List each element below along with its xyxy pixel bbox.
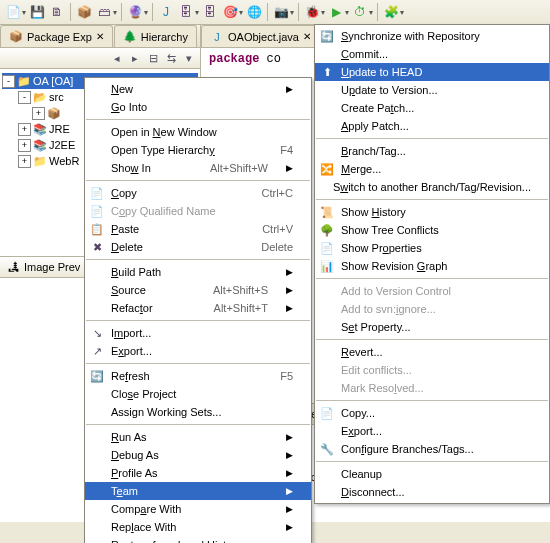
menu-item[interactable]: 🔀Merge...	[315, 160, 549, 178]
menu-item-icon	[89, 300, 105, 316]
save-icon[interactable]: 💾	[28, 3, 46, 21]
menu-item[interactable]: 🔄RefreshF5	[85, 367, 311, 385]
save-all-icon[interactable]: 🗎	[48, 3, 66, 21]
menu-item-icon	[89, 386, 105, 402]
menu-item[interactable]: 🔄Synchronize with Repository	[315, 27, 549, 45]
new-icon[interactable]: 📄	[4, 3, 22, 21]
menu-item-label: Show Tree Conflicts	[341, 224, 531, 236]
menu-item[interactable]: Set Property...	[315, 318, 549, 336]
menu-item[interactable]: RefactorAlt+Shift+T▶	[85, 299, 311, 317]
menu-item[interactable]: Update to Version...	[315, 81, 549, 99]
menu-item-icon	[89, 160, 105, 176]
menu-item-label: Show In	[111, 162, 184, 174]
menu-item[interactable]: Export...	[315, 422, 549, 440]
menu-item[interactable]: 📊Show Revision Graph	[315, 257, 549, 275]
menu-item[interactable]: 📄CopyCtrl+C	[85, 184, 311, 202]
menu-item[interactable]: Restore from Local History...	[85, 536, 311, 543]
submenu-arrow-icon: ▶	[286, 468, 293, 478]
twisty-icon[interactable]: -	[18, 91, 31, 104]
menu-item[interactable]: Replace With▶	[85, 518, 311, 536]
menu-item-label: Refresh	[111, 370, 254, 382]
menu-item[interactable]: ✖DeleteDelete	[85, 238, 311, 256]
close-icon[interactable]: ✕	[96, 31, 104, 42]
menu-item[interactable]: 🌳Show Tree Conflicts	[315, 221, 549, 239]
fwd-icon[interactable]: ▸	[128, 51, 142, 65]
menu-item[interactable]: Team▶	[85, 482, 311, 500]
tab-hierarchy[interactable]: 🌲 Hierarchy	[114, 25, 197, 47]
twisty-icon[interactable]: +	[32, 107, 45, 120]
menu-item[interactable]: Close Project	[85, 385, 311, 403]
menu-item-label: Apply Patch...	[341, 120, 531, 132]
menu-item[interactable]: Show InAlt+Shift+W▶	[85, 159, 311, 177]
menu-item[interactable]: Commit...	[315, 45, 549, 63]
ext-icon[interactable]: 🧩	[382, 3, 400, 21]
menu-item[interactable]: ↘Import...	[85, 324, 311, 342]
debug-icon[interactable]: 🐞	[303, 3, 321, 21]
menu-item-icon: 📋	[89, 221, 105, 237]
tab-label: Hierarchy	[141, 31, 188, 43]
j-icon[interactable]: J	[157, 3, 175, 21]
menu-item-accel: Alt+Shift+T	[214, 302, 268, 314]
menu-item-icon	[89, 81, 105, 97]
menu-item[interactable]: 📋PasteCtrl+V	[85, 220, 311, 238]
menu-item[interactable]: ↗Export...	[85, 342, 311, 360]
menu-item[interactable]: Switch to another Branch/Tag/Revision...	[315, 178, 549, 196]
menu-item[interactable]: Build Path▶	[85, 263, 311, 281]
menu-item[interactable]: New▶	[85, 80, 311, 98]
close-icon[interactable]: ✕	[303, 31, 311, 42]
menu-item[interactable]: Run As▶	[85, 428, 311, 446]
box-open-icon[interactable]: 🗃	[95, 3, 113, 21]
menu-item[interactable]: Branch/Tag...	[315, 142, 549, 160]
menu-item[interactable]: 📄Show Properties	[315, 239, 549, 257]
deploy-icon[interactable]: 🎯	[221, 3, 239, 21]
server-icon[interactable]: 🗄	[177, 3, 195, 21]
twisty-icon[interactable]: +	[18, 139, 31, 152]
menu-item[interactable]: SourceAlt+Shift+S▶	[85, 281, 311, 299]
menu-icon[interactable]: ▾	[182, 51, 196, 65]
run-icon[interactable]: ▶	[327, 3, 345, 21]
tab-editor-file[interactable]: J OAObject.java ✕	[201, 25, 320, 47]
menu-item[interactable]: Profile As▶	[85, 464, 311, 482]
menu-item-icon: ✖	[89, 239, 105, 255]
twisty-icon[interactable]: +	[18, 155, 31, 168]
collapse-all-icon[interactable]: ⊟	[146, 51, 160, 65]
menu-item-label: Add to Version Control	[341, 285, 531, 297]
menu-item[interactable]: 📜Show History	[315, 203, 549, 221]
link-editor-icon[interactable]: ⇆	[164, 51, 178, 65]
tab-label: OAObject.java	[228, 31, 299, 43]
menu-item-label: Revert...	[341, 346, 531, 358]
menu-item[interactable]: Disconnect...	[315, 483, 549, 501]
menu-item[interactable]: Apply Patch...	[315, 117, 549, 135]
menu-item[interactable]: Open in New Window	[85, 123, 311, 141]
camera-icon[interactable]: 📷	[272, 3, 290, 21]
menu-item-label: New	[111, 83, 268, 95]
box-icon[interactable]: 📦	[75, 3, 93, 21]
server2-icon[interactable]: 🗄	[201, 3, 219, 21]
menu-item-label: Delete	[111, 241, 235, 253]
menu-item[interactable]: Go Into	[85, 98, 311, 116]
menu-item[interactable]: Open Type HierarchyF4	[85, 141, 311, 159]
wizard-icon[interactable]: 🔮	[126, 3, 144, 21]
twisty-icon[interactable]: +	[18, 123, 31, 136]
main-toolbar: 📄▾ 💾 🗎 📦 🗃▾ 🔮▾ J 🗄▾ 🗄 🎯▾ 🌐 📷▾ 🐞▾ ▶▾ ⏱▾ 🧩…	[0, 0, 550, 25]
menu-item[interactable]: Debug As▶	[85, 446, 311, 464]
menu-item[interactable]: 🔧Configure Branches/Tags...	[315, 440, 549, 458]
menu-item[interactable]: ⬆Update to HEAD	[315, 63, 549, 81]
profile-icon[interactable]: ⏱	[351, 3, 369, 21]
menu-item[interactable]: Create Patch...	[315, 99, 549, 117]
menu-item-accel: Ctrl+C	[262, 187, 293, 199]
twisty-icon[interactable]: -	[2, 75, 15, 88]
menu-item[interactable]: Revert...	[315, 343, 549, 361]
browser-icon[interactable]: 🌐	[245, 3, 263, 21]
menu-item-icon: ⬆	[319, 64, 335, 80]
back-icon[interactable]: ◂	[110, 51, 124, 65]
menu-item[interactable]: Compare With▶	[85, 500, 311, 518]
menu-item[interactable]: Cleanup	[315, 465, 549, 483]
tab-package-explorer[interactable]: 📦 Package Exp ✕	[0, 25, 113, 47]
menu-item[interactable]: 📄Copy...	[315, 404, 549, 422]
menu-item-icon	[319, 362, 335, 378]
submenu-arrow-icon: ▶	[286, 432, 293, 442]
menu-item[interactable]: Assign Working Sets...	[85, 403, 311, 421]
menu-item-label: Run As	[111, 431, 268, 443]
image-icon: 🏞	[6, 260, 20, 274]
